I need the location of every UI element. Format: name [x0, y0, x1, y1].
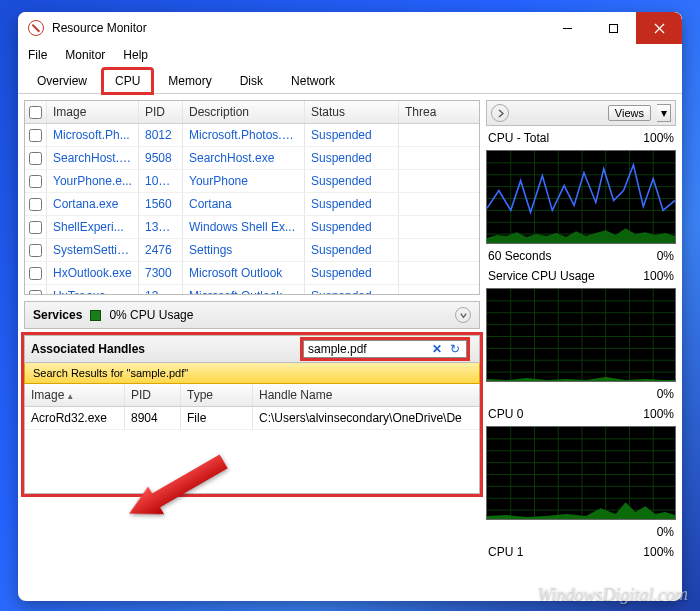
cell-desc: Microsoft Outlook...	[183, 285, 305, 294]
assoc-col-type[interactable]: Type	[181, 384, 253, 406]
tab-network[interactable]: Network	[278, 68, 348, 94]
graph4-max: 100%	[643, 545, 674, 559]
cell-image: ShellExperi...	[47, 216, 139, 238]
handle-search-box: ✕ ↻	[303, 340, 467, 358]
services-usage: 0% CPU Usage	[109, 308, 193, 322]
row-checkbox[interactable]	[29, 244, 42, 257]
handle-search-input[interactable]	[308, 342, 426, 356]
window-title: Resource Monitor	[52, 21, 147, 35]
views-button[interactable]: Views	[608, 105, 651, 121]
row-checkbox[interactable]	[29, 221, 42, 234]
cell-image: YourPhone.e...	[47, 170, 139, 192]
row-checkbox[interactable]	[29, 198, 42, 211]
graph3-title: CPU 0	[488, 407, 523, 421]
cell-desc: YourPhone	[183, 170, 305, 192]
col-status[interactable]: Status	[305, 101, 399, 123]
services-panel-header[interactable]: Services 0% CPU Usage	[24, 301, 480, 329]
cell-image: Microsoft.Ph...	[47, 124, 139, 146]
graph2-title: Service CPU Usage	[488, 269, 595, 283]
cell-image: HxOutlook.exe	[47, 262, 139, 284]
cell-status: Suspended	[305, 193, 399, 215]
table-row[interactable]: HxTsr.exe13836Microsoft Outlook...Suspen…	[25, 285, 479, 294]
cell-status: Suspended	[305, 124, 399, 146]
refresh-search-icon[interactable]: ↻	[448, 342, 462, 356]
close-button[interactable]	[636, 12, 682, 44]
table-row[interactable]: YourPhone.e...10232YourPhoneSuspended	[25, 170, 479, 193]
cell-image: SearchHost.e...	[47, 147, 139, 169]
cell-pid: 10232	[139, 170, 183, 192]
select-all-checkbox[interactable]	[29, 106, 42, 119]
row-checkbox[interactable]	[29, 267, 42, 280]
table-row[interactable]: Microsoft.Ph...8012Microsoft.Photos.e...…	[25, 124, 479, 147]
cell-pid: 2476	[139, 239, 183, 261]
tab-disk[interactable]: Disk	[227, 68, 276, 94]
graph3-max: 100%	[643, 407, 674, 421]
tabs: Overview CPU Memory Disk Network	[18, 68, 682, 94]
row-checkbox[interactable]	[29, 175, 42, 188]
clear-search-icon[interactable]: ✕	[430, 342, 444, 356]
cell-image: SystemSettin...	[47, 239, 139, 261]
cell-pid: 9508	[139, 147, 183, 169]
services-title: Services	[33, 308, 82, 322]
graph-cpu0	[486, 426, 676, 520]
cell-status: Suspended	[305, 262, 399, 284]
row-checkbox[interactable]	[29, 129, 42, 142]
graph1-footR: 0%	[657, 249, 674, 263]
views-dropdown-icon[interactable]: ▾	[657, 104, 671, 122]
cell-status: Suspended	[305, 285, 399, 294]
cell-pid: 7300	[139, 262, 183, 284]
assoc-col-handle[interactable]: Handle Name	[253, 384, 479, 406]
col-pid[interactable]: PID	[139, 101, 183, 123]
graph4-title: CPU 1	[488, 545, 523, 559]
cell-status: Suspended	[305, 239, 399, 261]
assoc-row-image[interactable]: AcroRd32.exe	[25, 407, 125, 429]
cell-image: Cortana.exe	[47, 193, 139, 215]
cell-status: Suspended	[305, 216, 399, 238]
table-row[interactable]: ShellExperi...13104Windows Shell Ex...Su…	[25, 216, 479, 239]
col-threads[interactable]: Threa	[399, 101, 479, 123]
cell-desc: Settings	[183, 239, 305, 261]
svg-rect-1	[609, 24, 617, 32]
graphs-nav-icon[interactable]	[491, 104, 509, 122]
menu-monitor[interactable]: Monitor	[65, 48, 105, 62]
assoc-col-image[interactable]: Image▲	[25, 384, 125, 406]
menu-help[interactable]: Help	[123, 48, 148, 62]
resource-monitor-window: Resource Monitor File Monitor Help Overv…	[18, 12, 682, 601]
graph-service-cpu	[486, 288, 676, 382]
table-row[interactable]: SystemSettin...2476SettingsSuspended	[25, 239, 479, 262]
col-description[interactable]: Description	[183, 101, 305, 123]
row-checkbox[interactable]	[29, 290, 42, 295]
col-image[interactable]: Image	[47, 101, 139, 123]
app-icon	[28, 20, 44, 36]
process-table: Image PID Description Status Threa Micro…	[24, 100, 480, 295]
graph1-max: 100%	[643, 131, 674, 145]
cell-pid: 1560	[139, 193, 183, 215]
table-row[interactable]: HxOutlook.exe7300Microsoft OutlookSuspen…	[25, 262, 479, 285]
cell-desc: Cortana	[183, 193, 305, 215]
graph-cpu-total	[486, 150, 676, 244]
expand-services-icon[interactable]	[455, 307, 471, 323]
minimize-button[interactable]	[544, 12, 590, 44]
tab-overview[interactable]: Overview	[24, 68, 100, 94]
cell-pid: 13836	[139, 285, 183, 294]
cell-pid: 13104	[139, 216, 183, 238]
tab-cpu[interactable]: CPU	[102, 68, 153, 94]
cell-desc: Microsoft.Photos.e...	[183, 124, 305, 146]
associated-handles-panel: Associated Handles ✕ ↻ Search Results fo…	[24, 335, 480, 494]
assoc-col-pid[interactable]: PID	[125, 384, 181, 406]
row-checkbox[interactable]	[29, 152, 42, 165]
maximize-button[interactable]	[590, 12, 636, 44]
menu-file[interactable]: File	[28, 48, 47, 62]
titlebar: Resource Monitor	[18, 12, 682, 44]
menubar: File Monitor Help	[18, 44, 682, 68]
assoc-row-type: File	[181, 407, 253, 429]
cell-status: Suspended	[305, 170, 399, 192]
graph1-title: CPU - Total	[488, 131, 549, 145]
cell-pid: 8012	[139, 124, 183, 146]
table-row[interactable]: SearchHost.e...9508SearchHost.exeSuspend…	[25, 147, 479, 170]
graph3-footR: 0%	[657, 525, 674, 539]
tab-memory[interactable]: Memory	[155, 68, 224, 94]
cell-desc: SearchHost.exe	[183, 147, 305, 169]
search-results-banner: Search Results for "sample.pdf"	[24, 363, 480, 384]
table-row[interactable]: Cortana.exe1560CortanaSuspended	[25, 193, 479, 216]
